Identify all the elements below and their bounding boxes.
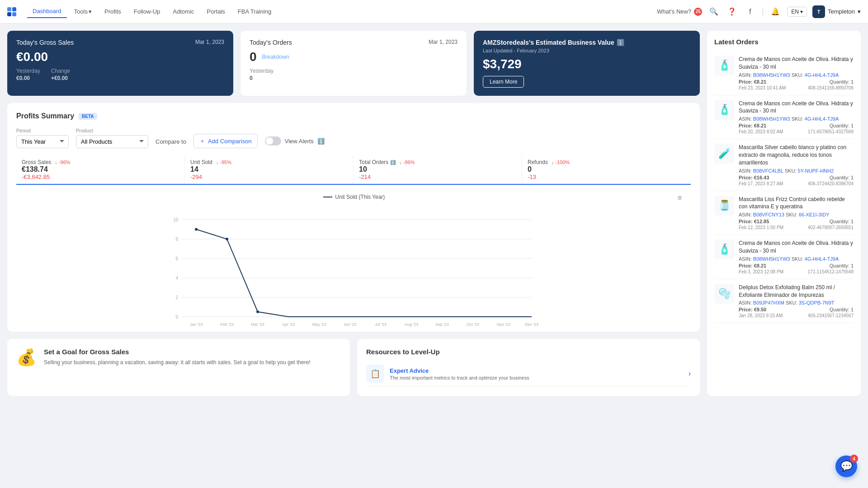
nav-adtomic[interactable]: Adtomic xyxy=(167,5,199,18)
svg-text:Sep '23: Sep '23 xyxy=(435,322,449,327)
order-name: Deliplus Detox Exfoliating Balm 250 ml /… xyxy=(739,284,854,299)
order-image: 🫙 xyxy=(714,196,734,216)
svg-text:Aug '23: Aug '23 xyxy=(405,322,418,327)
asin-link[interactable]: B08VFC4LBL xyxy=(753,168,783,174)
order-qty: Quantity: 1 xyxy=(830,175,854,180)
search-icon[interactable]: 🔍 xyxy=(708,5,720,18)
order-details: Mascarilla Liss Frizz Control cabello re… xyxy=(739,196,854,230)
period-select[interactable]: This Year Last Year Last 30 Days Last 7 … xyxy=(16,135,69,148)
refunds-main: 0 xyxy=(528,165,685,174)
chart-area: Unit Sold (This Year) ≡ 0 2 4 6 8 10 xyxy=(16,185,691,323)
asin-link[interactable]: B08WH5H1YW3 xyxy=(753,116,790,122)
order-image: 🧴 xyxy=(714,100,734,120)
gross-sales-pct: ↓ -96% xyxy=(55,160,70,165)
learn-more-button[interactable]: Learn More xyxy=(483,76,524,88)
metric-unit-sold: Unit Sold ↓ -95% 14 -294 xyxy=(185,155,354,184)
plus-icon: ＋ xyxy=(199,137,205,145)
chart-legend: Unit Sold (This Year) xyxy=(323,194,388,200)
product-control: Product All Products xyxy=(76,128,148,148)
order-date: Feb 23, 2023 10:41 AM xyxy=(739,85,786,90)
resources-card: Resources to Level-Up 📋 Expert Advice Th… xyxy=(357,339,700,396)
metric-total-orders: Total Orders ℹ️ ↓ -96% 10 -214 xyxy=(354,155,522,184)
svg-text:10: 10 xyxy=(173,217,179,222)
language-selector[interactable]: EN ▾ xyxy=(787,7,807,17)
asin-link[interactable]: B08WH5H1YW3 xyxy=(753,256,790,262)
order-image: 🫧 xyxy=(714,284,734,304)
total-orders-info-icon: ℹ️ xyxy=(390,160,396,165)
unit-sold-main: 14 xyxy=(190,165,348,174)
whats-new-badge: 25 xyxy=(694,8,702,16)
topnav-right: What's New? 25 🔍 ❓ f | 🔔 EN ▾ T Templeto… xyxy=(657,5,861,18)
goal-text: Set a Goal for Gross Sales Selling your … xyxy=(44,348,311,366)
svg-text:Dec '23: Dec '23 xyxy=(525,322,538,327)
breakdown-link[interactable]: Breakdown xyxy=(262,54,289,60)
bottom-section: 💰 Set a Goal for Gross Sales Selling you… xyxy=(7,339,700,396)
nav-profits[interactable]: Profits xyxy=(99,5,127,18)
alerts-toggle[interactable] xyxy=(265,136,281,145)
svg-text:Mar '23: Mar '23 xyxy=(251,322,264,327)
nav-followup[interactable]: Follow-Up xyxy=(128,5,166,18)
metric-gross-sales: Gross Sales ↓ -96% €138.74 -€3,642.85 xyxy=(16,155,185,184)
toggle-knob xyxy=(266,137,273,145)
orders-title: Today's Orders xyxy=(250,39,292,46)
orders-date: Mar 1, 2023 xyxy=(429,39,458,45)
svg-text:Apr '23: Apr '23 xyxy=(282,322,295,327)
help-icon[interactable]: ❓ xyxy=(726,5,738,18)
add-comparison-button[interactable]: ＋ Add Comparison xyxy=(193,134,258,148)
yesterday-item: Yesterday €0.00 xyxy=(16,68,40,81)
asin-link[interactable]: B08WH5H1YW3 xyxy=(753,72,790,78)
orders-card: Today's Orders Mar 1, 2023 0 Breakdown Y… xyxy=(241,31,467,96)
order-qty: Quantity: 1 xyxy=(830,219,854,224)
metric-refunds: Refunds ↓ -100% 0 -13 xyxy=(522,155,691,184)
goal-card: 💰 Set a Goal for Gross Sales Selling you… xyxy=(7,339,350,396)
resource-name: Expert Advice xyxy=(390,367,683,374)
order-qty: Quantity: 1 xyxy=(830,263,854,268)
gross-sales-sub: -€3,642.85 xyxy=(22,174,179,180)
sku-link[interactable]: 4G-HHL4-TJ9A xyxy=(805,256,839,262)
asin-link[interactable]: B08VFCNY13 xyxy=(753,212,784,217)
resource-item[interactable]: 📋 Expert Advice The most important metri… xyxy=(366,361,691,387)
gross-sales-date: Mar 1, 2023 xyxy=(195,39,224,45)
sku-link[interactable]: 5Y-NUPF-HNH2 xyxy=(797,168,834,174)
nav-dashboard[interactable]: Dashboard xyxy=(27,5,67,18)
top-cards-row: Today's Gross Sales Mar 1, 2023 €0.00 Ye… xyxy=(7,31,700,96)
bell-icon[interactable]: 🔔 xyxy=(769,5,782,18)
sku-link[interactable]: 66-XE1I-3IDY xyxy=(799,212,830,217)
nav-fba[interactable]: FBA Training xyxy=(232,5,277,18)
sku-link[interactable]: 3S-QDPB-7N9T xyxy=(799,300,835,305)
top-navigation: Dashboard Tools ▾ Profits Follow-Up Adto… xyxy=(0,0,868,23)
svg-text:Jun '23: Jun '23 xyxy=(344,322,357,327)
gross-sales-footer: Yesterday €0.00 Change +€0.00 xyxy=(16,68,224,81)
svg-text:Oct '23: Oct '23 xyxy=(467,322,479,327)
order-date: Feb 3, 2023 12:08 PM xyxy=(739,269,783,274)
gross-sales-card: Today's Gross Sales Mar 1, 2023 €0.00 Ye… xyxy=(7,31,233,96)
total-orders-main: 10 xyxy=(359,165,516,174)
user-avatar: T xyxy=(812,5,825,18)
nav-portals[interactable]: Portals xyxy=(201,5,230,18)
whats-new-button[interactable]: What's New? 25 xyxy=(657,8,702,16)
gross-sales-value: €0.00 xyxy=(16,50,224,64)
facebook-icon[interactable]: f xyxy=(744,5,756,18)
product-select[interactable]: All Products xyxy=(76,135,148,148)
order-details: Crema de Manos con Aceite de Oliva. Hidr… xyxy=(739,239,854,274)
order-qty: Quantity: 1 xyxy=(830,307,854,312)
order-qty: Quantity: 1 xyxy=(830,79,854,84)
nav-tools[interactable]: Tools ▾ xyxy=(69,5,97,18)
profits-summary-title: Profits Summary xyxy=(16,112,74,120)
legend-line xyxy=(323,197,332,197)
chart-menu-icon[interactable]: ≡ xyxy=(678,194,682,202)
order-item: 🧴 Crema de Manos con Aceite de Oliva. Hi… xyxy=(714,235,854,279)
sku-link[interactable]: 4G-HHL4-TJ9A xyxy=(805,116,839,122)
chevron-right-icon: › xyxy=(689,370,691,378)
nav-links: Dashboard Tools ▾ Profits Follow-Up Adto… xyxy=(27,5,657,18)
order-item: 🫙 Mascarilla Liss Frizz Control cabello … xyxy=(714,191,854,235)
order-id: 408-1541156-8850706 xyxy=(808,85,854,90)
beta-badge: BETA xyxy=(79,113,97,120)
logo[interactable] xyxy=(7,7,16,16)
asin-link[interactable]: B09JP47HXM xyxy=(753,300,784,305)
sku-link[interactable]: 4G-HHL4-TJ9A xyxy=(805,72,839,78)
view-alerts-toggle: View Alerts ℹ️ xyxy=(265,130,325,145)
user-menu[interactable]: T Templeton ▾ xyxy=(812,5,861,18)
order-name: Crema de Manos con Aceite de Oliva. Hidr… xyxy=(739,239,854,255)
unit-sold-sub: -294 xyxy=(190,174,348,180)
